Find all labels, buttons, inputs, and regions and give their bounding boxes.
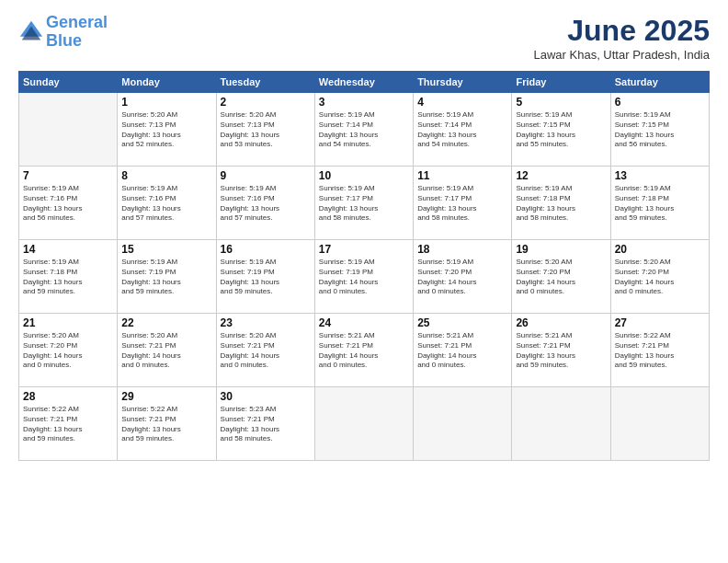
day-number: 5 [516,96,606,109]
day-number: 9 [221,169,311,182]
day-info: Sunrise: 5:21 AM Sunset: 7:21 PM Dayligh… [417,331,507,371]
day-number: 27 [615,316,705,329]
calendar-cell: 24Sunrise: 5:21 AM Sunset: 7:21 PM Dayli… [314,314,413,387]
day-info: Sunrise: 5:20 AM Sunset: 7:13 PM Dayligh… [221,110,311,150]
day-number: 25 [417,316,507,329]
week-row-5: 28Sunrise: 5:22 AM Sunset: 7:21 PM Dayli… [19,387,710,461]
calendar-cell [512,387,610,461]
page: General Blue June 2025 Lawar Khas, Uttar… [0,0,728,563]
day-header-tuesday: Tuesday [216,72,314,93]
day-header-monday: Monday [118,72,216,93]
day-info: Sunrise: 5:19 AM Sunset: 7:16 PM Dayligh… [23,184,113,224]
calendar-cell: 11Sunrise: 5:19 AM Sunset: 7:17 PM Dayli… [414,167,512,240]
calendar-cell: 5Sunrise: 5:19 AM Sunset: 7:15 PM Daylig… [512,93,610,167]
calendar-cell [610,387,709,461]
week-row-3: 14Sunrise: 5:19 AM Sunset: 7:18 PM Dayli… [19,240,710,314]
day-number: 12 [516,169,606,182]
day-info: Sunrise: 5:20 AM Sunset: 7:21 PM Dayligh… [121,331,211,371]
calendar-cell: 9Sunrise: 5:19 AM Sunset: 7:16 PM Daylig… [216,167,314,240]
day-number: 8 [121,169,211,182]
day-number: 10 [319,169,409,182]
calendar-cell: 27Sunrise: 5:22 AM Sunset: 7:21 PM Dayli… [610,314,709,387]
day-info: Sunrise: 5:19 AM Sunset: 7:19 PM Dayligh… [221,258,311,297]
calendar-cell: 7Sunrise: 5:19 AM Sunset: 7:16 PM Daylig… [19,167,118,240]
calendar-cell: 6Sunrise: 5:19 AM Sunset: 7:15 PM Daylig… [610,93,709,167]
day-info: Sunrise: 5:19 AM Sunset: 7:16 PM Dayligh… [121,184,211,224]
day-info: Sunrise: 5:19 AM Sunset: 7:20 PM Dayligh… [417,258,507,297]
calendar-cell: 19Sunrise: 5:20 AM Sunset: 7:20 PM Dayli… [512,240,610,314]
day-number: 14 [23,243,113,256]
day-number: 21 [23,316,113,329]
calendar-cell: 18Sunrise: 5:19 AM Sunset: 7:20 PM Dayli… [414,240,512,314]
day-header-saturday: Saturday [610,72,709,93]
day-number: 20 [615,243,705,256]
day-number: 11 [417,169,507,182]
calendar-cell: 22Sunrise: 5:20 AM Sunset: 7:21 PM Dayli… [118,314,216,387]
calendar-cell: 29Sunrise: 5:22 AM Sunset: 7:21 PM Dayli… [118,387,216,461]
day-info: Sunrise: 5:20 AM Sunset: 7:20 PM Dayligh… [615,258,705,297]
calendar-table: SundayMondayTuesdayWednesdayThursdayFrid… [18,71,710,461]
day-info: Sunrise: 5:21 AM Sunset: 7:21 PM Dayligh… [319,331,409,371]
day-info: Sunrise: 5:19 AM Sunset: 7:16 PM Dayligh… [221,184,311,224]
day-number: 23 [221,316,311,329]
day-number: 7 [23,169,113,182]
day-number: 28 [23,390,113,403]
calendar-cell: 25Sunrise: 5:21 AM Sunset: 7:21 PM Dayli… [414,314,512,387]
day-info: Sunrise: 5:22 AM Sunset: 7:21 PM Dayligh… [23,405,113,444]
calendar-cell: 17Sunrise: 5:19 AM Sunset: 7:19 PM Dayli… [314,240,413,314]
day-info: Sunrise: 5:19 AM Sunset: 7:15 PM Dayligh… [615,110,705,150]
calendar-cell: 21Sunrise: 5:20 AM Sunset: 7:20 PM Dayli… [19,314,118,387]
header: General Blue June 2025 Lawar Khas, Uttar… [18,14,710,62]
day-info: Sunrise: 5:19 AM Sunset: 7:18 PM Dayligh… [516,184,606,224]
logo-text: General Blue [46,14,108,51]
day-number: 16 [221,243,311,256]
day-info: Sunrise: 5:19 AM Sunset: 7:17 PM Dayligh… [417,184,507,224]
day-number: 22 [121,316,211,329]
day-info: Sunrise: 5:23 AM Sunset: 7:21 PM Dayligh… [221,405,311,444]
calendar-cell: 10Sunrise: 5:19 AM Sunset: 7:17 PM Dayli… [314,167,413,240]
day-info: Sunrise: 5:20 AM Sunset: 7:21 PM Dayligh… [221,331,311,371]
day-info: Sunrise: 5:20 AM Sunset: 7:13 PM Dayligh… [121,110,211,150]
day-number: 26 [516,316,606,329]
logo-icon [18,19,44,45]
calendar-cell: 3Sunrise: 5:19 AM Sunset: 7:14 PM Daylig… [314,93,413,167]
location: Lawar Khas, Uttar Pradesh, India [534,48,711,62]
day-number: 13 [615,169,705,182]
calendar-cell: 12Sunrise: 5:19 AM Sunset: 7:18 PM Dayli… [512,167,610,240]
day-number: 30 [221,390,311,403]
title-block: June 2025 Lawar Khas, Uttar Pradesh, Ind… [534,14,711,62]
calendar-cell: 13Sunrise: 5:19 AM Sunset: 7:18 PM Dayli… [610,167,709,240]
day-info: Sunrise: 5:19 AM Sunset: 7:18 PM Dayligh… [615,184,705,224]
calendar-body: 1Sunrise: 5:20 AM Sunset: 7:13 PM Daylig… [19,93,710,461]
day-info: Sunrise: 5:22 AM Sunset: 7:21 PM Dayligh… [615,331,705,371]
logo: General Blue [18,14,108,51]
calendar-cell [414,387,512,461]
calendar-header-row: SundayMondayTuesdayWednesdayThursdayFrid… [19,72,710,93]
calendar-cell: 1Sunrise: 5:20 AM Sunset: 7:13 PM Daylig… [118,93,216,167]
week-row-2: 7Sunrise: 5:19 AM Sunset: 7:16 PM Daylig… [19,167,710,240]
day-number: 29 [121,390,211,403]
day-number: 6 [615,96,705,109]
day-number: 24 [319,316,409,329]
calendar-cell [19,93,118,167]
day-info: Sunrise: 5:21 AM Sunset: 7:21 PM Dayligh… [516,331,606,371]
day-info: Sunrise: 5:19 AM Sunset: 7:15 PM Dayligh… [516,110,606,150]
day-info: Sunrise: 5:20 AM Sunset: 7:20 PM Dayligh… [23,331,113,371]
calendar-cell: 2Sunrise: 5:20 AM Sunset: 7:13 PM Daylig… [216,93,314,167]
calendar-cell: 8Sunrise: 5:19 AM Sunset: 7:16 PM Daylig… [118,167,216,240]
week-row-1: 1Sunrise: 5:20 AM Sunset: 7:13 PM Daylig… [19,93,710,167]
day-info: Sunrise: 5:20 AM Sunset: 7:20 PM Dayligh… [516,258,606,297]
day-info: Sunrise: 5:19 AM Sunset: 7:17 PM Dayligh… [319,184,409,224]
calendar-cell: 28Sunrise: 5:22 AM Sunset: 7:21 PM Dayli… [19,387,118,461]
week-row-4: 21Sunrise: 5:20 AM Sunset: 7:20 PM Dayli… [19,314,710,387]
calendar-cell: 15Sunrise: 5:19 AM Sunset: 7:19 PM Dayli… [118,240,216,314]
calendar-cell: 14Sunrise: 5:19 AM Sunset: 7:18 PM Dayli… [19,240,118,314]
day-number: 19 [516,243,606,256]
day-header-friday: Friday [512,72,610,93]
day-number: 4 [417,96,507,109]
calendar-cell: 30Sunrise: 5:23 AM Sunset: 7:21 PM Dayli… [216,387,314,461]
day-info: Sunrise: 5:19 AM Sunset: 7:14 PM Dayligh… [417,110,507,150]
day-info: Sunrise: 5:19 AM Sunset: 7:14 PM Dayligh… [319,110,409,150]
day-info: Sunrise: 5:19 AM Sunset: 7:19 PM Dayligh… [319,258,409,297]
day-info: Sunrise: 5:19 AM Sunset: 7:18 PM Dayligh… [23,258,113,297]
